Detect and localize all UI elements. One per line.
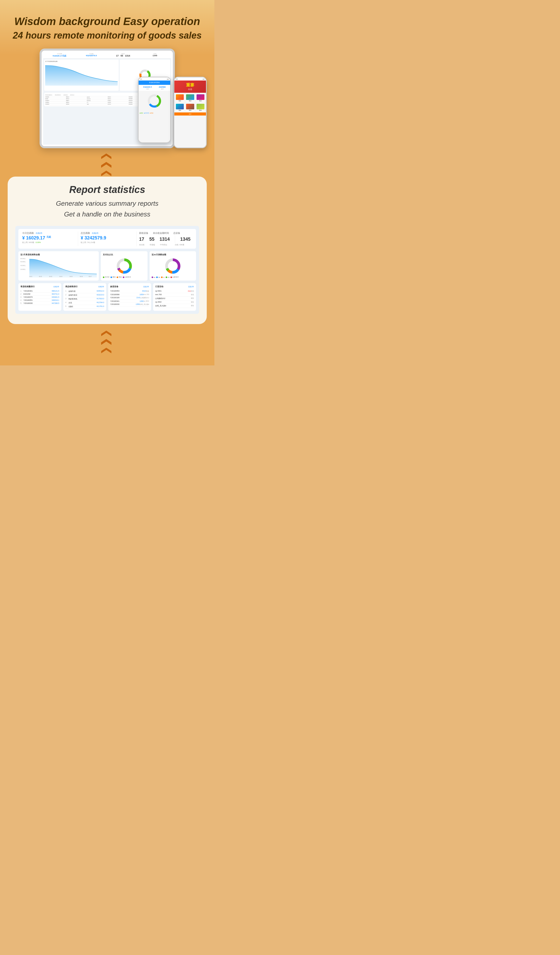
legend2-dot-5 — [170, 277, 172, 278]
product-2-name: 商品2 — [186, 100, 194, 102]
table4-row-1: cp.5001 机板 报也 — [155, 290, 194, 293]
stat-divider-2 — [136, 232, 137, 246]
donut1-legend: 支付宝 微信 现金 山岭支付 — [103, 276, 145, 278]
donut1-title: 支付比占比 — [103, 253, 145, 256]
table4-link[interactable]: 去处/外 — [188, 285, 194, 288]
legend-3: 现金 — [117, 276, 122, 278]
phone1-legend: ■ 微信 ■ 支付宝 ■ 现金 — [139, 111, 170, 115]
table3-link[interactable]: 去处/外 — [143, 285, 149, 288]
stat-3-val4: 1345 — [180, 236, 190, 242]
legend-dot-2 — [111, 277, 112, 278]
report-line2: Get a handle on the business — [64, 210, 150, 218]
svg-text:06-01: 06-01 — [30, 276, 33, 277]
product-6: 商品6 — [196, 103, 205, 112]
dash-stat-2: 总交易额 ¥3242579.9 — [76, 53, 106, 57]
stat-block-3: 新租设备 未出租金额时间 总设备 17 55 1314 1345 未出租 市场端… — [139, 232, 192, 246]
table2-link[interactable]: 出租/外 — [98, 285, 104, 288]
legend-dot-4 — [123, 277, 124, 278]
phone2-grid: 商品1 商品2 商品3 商品4 — [174, 93, 206, 113]
donut2-svg — [164, 257, 182, 275]
stat-3-sub1: 未出租 — [139, 244, 145, 246]
report-subtitle: Generate various summary reports Get a h… — [15, 198, 199, 219]
legend2-2: bb — [156, 276, 160, 278]
legend-label-3: 现金 — [119, 276, 122, 278]
donut2-title: 近30天洞察金额 — [151, 253, 194, 256]
phone1-stat-1: ¥16029.5 今日 — [143, 86, 151, 90]
table3-row-4: Y20180341 1280 cp.3932 — [110, 300, 149, 303]
table2-row-3: 3 绝妙新来机 ¥17816.0 — [66, 297, 104, 301]
col3-header: 缺货设备 — [64, 94, 68, 96]
dash-val-1: ¥16029.17元起 — [45, 55, 75, 57]
product-6-img — [197, 104, 204, 110]
col2-header: 商品销售排行 — [55, 94, 61, 96]
legend2-4: dd — [165, 276, 170, 278]
product-1-name: 商品1 — [176, 100, 184, 102]
table4-row-5: 全维_高大路8 报告 — [155, 304, 194, 308]
phone1-header: 售货机管理系统 — [139, 80, 170, 85]
product-4-img — [176, 104, 184, 110]
svg-text:06-06: 06-06 — [80, 276, 83, 277]
svg-text:60,000元: 60,000元 — [20, 261, 25, 263]
table3-row-3: Y20160189 2141 山地微机812 — [110, 296, 149, 300]
tables-row: 售货机销量排行 出租/外 1 Y20180301 ¥86141.5 2 E441… — [19, 283, 196, 311]
area-chart-svg — [45, 63, 118, 86]
stat-1-label: 今日交易额 出租/外 — [22, 232, 75, 235]
product-3-img — [197, 94, 204, 100]
full-dashboard: 今日交易额 出租/外 ¥ 16029.17 元起 较上周: 3453量 ↑3.0… — [15, 226, 199, 314]
device-section: 今日交易额 ¥16029.17元起 总交易额 ¥3242579.9 新租/外 1… — [8, 49, 207, 148]
table3-row-2: Y20180998 1659 mm.783 — [110, 293, 149, 296]
svg-text:40,000元: 40,000元 — [20, 265, 25, 266]
product-1: 商品1 — [175, 94, 184, 102]
stat-3-val1: 17 — [139, 236, 144, 242]
chart-row: 近7天售货机销售金额 80,000元 60,000元 40,000元 20, — [19, 251, 196, 280]
table4-title: 订货活动 — [155, 285, 163, 288]
stat-2-sub: 较上周: 741,214量 — [81, 241, 134, 244]
legend-label-2: 微信 — [112, 276, 115, 278]
stat-3-sub2: 市场端 — [150, 244, 155, 246]
stat-3-label: 新租设备 未出租金额时间 总设备 — [139, 232, 192, 235]
product-3: 商品3 — [196, 94, 205, 102]
phone1-val-2: 268588 — [159, 86, 165, 88]
phone1-stat-2: 268588 本月 — [159, 86, 165, 90]
dash-stat-1: 今日交易额 ¥16029.17元起 — [45, 53, 75, 57]
table2-header: 商品销售排行 出租/外 — [66, 285, 104, 288]
arrow-wrapper: ❮❮ ❮❮ — [98, 157, 116, 173]
phone2-footer: 购买 — [174, 113, 206, 116]
phone1-donut-svg — [147, 93, 162, 109]
product-5-name: 商品5 — [186, 110, 194, 111]
dash-val-3: 17 55 1314 — [108, 55, 138, 57]
dash-val-2: ¥3242579.9 — [76, 55, 106, 57]
phone2-title-char: 重寨 — [176, 83, 204, 88]
table1-header: 售货机销量排行 出租/外 — [20, 285, 59, 288]
table1-row-4: 4 Y20180051 ¥48318.1 — [20, 299, 59, 302]
legend-2: 微信 — [111, 276, 115, 278]
svg-text:06-07: 06-07 — [89, 276, 92, 277]
table-block-4: 订货活动 去处/外 cp.5001 机板 报也 mm.783 报也 山地微机81… — [153, 283, 196, 311]
bottom-arrow-2: ❮❮ — [104, 338, 111, 355]
phone1-donut — [139, 91, 170, 111]
legend2-dot-3 — [161, 277, 162, 278]
product-5: 商品5 — [185, 103, 195, 112]
table4-row-3: 山地微机812 报告 — [155, 297, 194, 301]
stat-3-val2: 55 — [149, 236, 154, 242]
stat-block-2: 总交易额 出租/外 ¥ 3242579.9 较上周: 741,214量 — [81, 232, 134, 244]
table4-row-4: cp.3932 报告 — [155, 301, 194, 304]
stats-row: 今日交易额 出租/外 ¥ 16029.17 元起 较上周: 3453量 ↑3.0… — [19, 229, 196, 249]
bottom-arrow: ❮❮ ❮❮ — [98, 334, 116, 350]
product-3-name: 商品3 — [197, 100, 204, 102]
table4-row-2: mm.783 报也 — [155, 293, 194, 297]
iphone-2-status: 9:41 ●●● — [174, 77, 206, 80]
legend-dot-1 — [103, 277, 105, 278]
legend-label-4: 山岭支付 — [125, 276, 131, 278]
iphone-1-screen: 9:41 ●●● 售货机管理系统 ¥16029.5 今日 268588 本月 — [139, 77, 170, 142]
product-6-name: 商品6 — [197, 110, 204, 111]
area-chart-title: 近7天售货机销售金额 — [20, 253, 97, 256]
col1-header: 售货机销量排行 — [45, 94, 52, 96]
table3-row-5: Y20180030 1350 全维_高大路8 — [110, 303, 149, 307]
table1-title: 售货机销量排行 — [20, 285, 35, 288]
svg-text:20,000元: 20,000元 — [20, 269, 25, 270]
table3-title: 缺货设备 — [110, 285, 119, 288]
legend2-dot-4 — [165, 277, 167, 278]
table1-row-2: 2 E4410W ¥64731.0 — [20, 293, 59, 296]
table1-link[interactable]: 出租/外 — [53, 285, 59, 288]
